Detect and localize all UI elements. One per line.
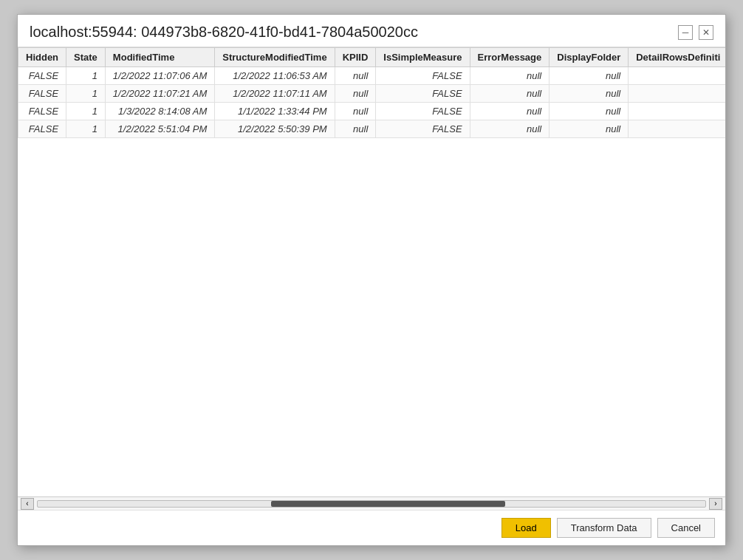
- cell-kpiid: null: [335, 120, 376, 138]
- cell-hidden: FALSE: [18, 120, 66, 138]
- cell-hidden: FALSE: [18, 67, 66, 85]
- column-header-structuremodifiedtime[interactable]: StructureModifiedTime: [215, 48, 335, 67]
- cell-displayfolder: null: [549, 67, 629, 85]
- cell-structuremodifiedtime: 1/2/2022 11:07:11 AM: [215, 85, 335, 103]
- table-scroll[interactable]: HiddenStateModifiedTimeStructureModified…: [18, 47, 725, 496]
- table-row: FALSE11/2/2022 11:07:21 AM1/2/2022 11:07…: [18, 85, 726, 103]
- minimize-button[interactable]: ─: [678, 25, 693, 40]
- cell-modifiedtime: 1/2/2022 11:07:06 AM: [105, 67, 214, 85]
- horizontal-scrollbar[interactable]: ‹ ›: [18, 496, 725, 510]
- cell-state: 1: [66, 103, 106, 120]
- table-row: FALSE11/3/2022 8:14:08 AM1/1/2022 1:33:4…: [18, 103, 726, 120]
- cell-kpiid: null: [335, 103, 376, 120]
- cell-displayfolder: null: [549, 85, 629, 103]
- scroll-track[interactable]: [37, 500, 706, 508]
- column-header-displayfolder[interactable]: DisplayFolder: [549, 48, 629, 67]
- cell-hidden: FALSE: [18, 85, 66, 103]
- scroll-thumb[interactable]: [271, 501, 504, 507]
- cell-errormessage: null: [470, 103, 549, 120]
- table-row: FALSE11/2/2022 5:51:04 PM1/2/2022 5:50:3…: [18, 120, 726, 138]
- cell-structuremodifiedtime: 1/2/2022 11:06:53 AM: [215, 67, 335, 85]
- footer: Load Transform Data Cancel: [18, 510, 725, 545]
- cell-issimplemeasure: FALSE: [376, 85, 470, 103]
- cell-modifiedtime: 1/3/2022 8:14:08 AM: [105, 103, 214, 120]
- column-header-state[interactable]: State: [66, 48, 106, 67]
- cell-state: 1: [66, 120, 106, 138]
- scroll-left-button[interactable]: ‹: [21, 498, 34, 510]
- cell-detailrowsdefiniti: [629, 67, 725, 85]
- cell-hidden: FALSE: [18, 103, 66, 120]
- cell-detailrowsdefiniti: [629, 85, 725, 103]
- data-table: HiddenStateModifiedTimeStructureModified…: [18, 47, 725, 138]
- cell-detailrowsdefiniti: [629, 103, 725, 120]
- column-header-hidden[interactable]: Hidden: [18, 48, 66, 67]
- cell-displayfolder: null: [549, 120, 629, 138]
- cell-errormessage: null: [470, 120, 549, 138]
- title-bar: localhost:55944: 044973b8-6820-41f0-bd41…: [18, 15, 725, 47]
- cell-errormessage: null: [470, 67, 549, 85]
- table-area: HiddenStateModifiedTimeStructureModified…: [18, 47, 725, 496]
- cell-structuremodifiedtime: 1/2/2022 5:50:39 PM: [215, 120, 335, 138]
- column-header-kpiid[interactable]: KPIID: [335, 48, 376, 67]
- cell-kpiid: null: [335, 67, 376, 85]
- cell-modifiedtime: 1/2/2022 11:07:21 AM: [105, 85, 214, 103]
- cell-displayfolder: null: [549, 103, 629, 120]
- cell-state: 1: [66, 85, 106, 103]
- cell-kpiid: null: [335, 85, 376, 103]
- column-header-errormessage[interactable]: ErrorMessage: [470, 48, 549, 67]
- cell-errormessage: null: [470, 85, 549, 103]
- dialog-title: localhost:55944: 044973b8-6820-41f0-bd41…: [30, 24, 418, 41]
- column-header-modifiedtime[interactable]: ModifiedTime: [105, 48, 214, 67]
- column-header-issimplemeasure[interactable]: IsSimpleMeasure: [376, 48, 470, 67]
- load-button[interactable]: Load: [501, 518, 551, 538]
- cancel-button[interactable]: Cancel: [657, 518, 715, 538]
- scroll-right-button[interactable]: ›: [709, 498, 722, 510]
- cell-issimplemeasure: FALSE: [376, 120, 470, 138]
- cell-structuremodifiedtime: 1/1/2022 1:33:44 PM: [215, 103, 335, 120]
- column-header-detailrowsdefiniti[interactable]: DetailRowsDefiniti: [629, 48, 725, 67]
- close-button[interactable]: ✕: [699, 25, 713, 40]
- cell-detailrowsdefiniti: [629, 120, 725, 138]
- title-controls: ─ ✕: [678, 25, 713, 40]
- table-row: FALSE11/2/2022 11:07:06 AM1/2/2022 11:06…: [18, 67, 726, 85]
- cell-modifiedtime: 1/2/2022 5:51:04 PM: [105, 120, 214, 138]
- cell-issimplemeasure: FALSE: [376, 67, 470, 85]
- cell-issimplemeasure: FALSE: [376, 103, 470, 120]
- table-header-row: HiddenStateModifiedTimeStructureModified…: [18, 48, 726, 67]
- transform-data-button[interactable]: Transform Data: [557, 518, 651, 538]
- cell-state: 1: [66, 67, 106, 85]
- dialog: localhost:55944: 044973b8-6820-41f0-bd41…: [17, 14, 726, 546]
